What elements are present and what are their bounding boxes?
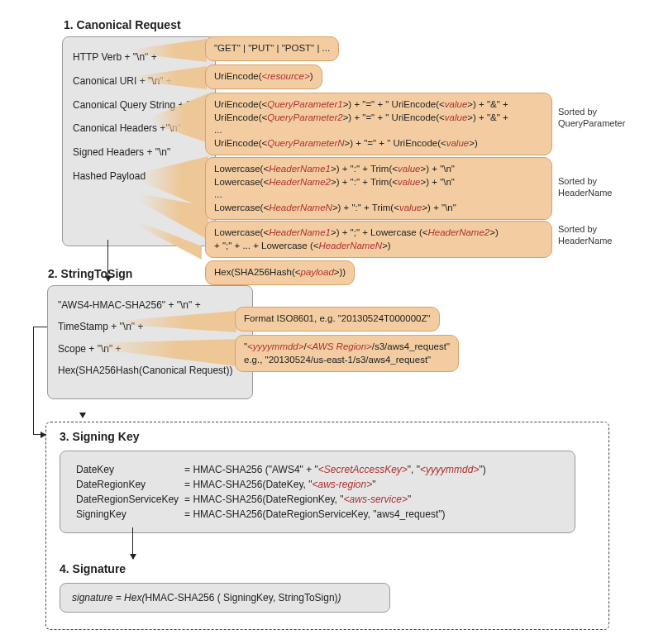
section-title-signingkey: 3. Signing Key [60, 430, 139, 443]
signing-key-table: DateKey = HMAC-SHA256 ("AWS4" + "<Secret… [74, 461, 491, 522]
text: payload [301, 267, 334, 277]
text: ) [338, 592, 341, 603]
text: Lowercase(<HeaderName2>) + ":" + Trim(<v… [214, 176, 543, 189]
text: Lowercase(<HeaderName1>) + ":" + Trim(<v… [214, 163, 543, 176]
label-sorted-qp: Sorted by QueryParameter [558, 106, 625, 130]
row-signed-headers: Signed Headers + "\n" [73, 141, 205, 165]
text: UriEncode(<QueryParameter1>) + "=" + " U… [214, 98, 543, 112]
text: e.g., "20130524/us-east-1/s3/aws4_reques… [244, 354, 450, 367]
cell: = HMAC-SHA256(DateKey, "<aws-region>" [184, 478, 489, 491]
text: "<yyyymmdd>/<AWS Region>/s3/aws4_request… [244, 341, 450, 354]
text: ) [310, 71, 313, 81]
text: ... [214, 124, 543, 137]
callout-uri: UriEncode(<resource>) [205, 64, 322, 89]
callout-hash: Hex(SHA256Hash(<payload>)) [205, 260, 355, 285]
arrow-segment [33, 327, 35, 434]
cell: DateRegionServiceKey [75, 493, 182, 506]
label-sorted-hn1: Sorted by HeaderName [558, 175, 612, 199]
text: UriEncode( [214, 71, 262, 81]
text: Lowercase(<HeaderName1>) + ";" + Lowerca… [214, 227, 543, 240]
box-signature: signature = Hex(HMAC-SHA256 ( SigningKey… [60, 583, 390, 613]
text: UriEncode(<QueryParameter2>) + "=" + " U… [214, 112, 543, 125]
text: UriEncode(<QueryParameterN>) + "=" + " U… [214, 137, 543, 150]
arrow-segment [33, 327, 47, 328]
label-sorted-hn2: Sorted by HeaderName [558, 223, 612, 247]
cell: = HMAC-SHA256(DateRegionKey, "<aws-servi… [184, 493, 489, 506]
arrow-down-icon [132, 527, 133, 559]
cell: = HMAC-SHA256 ("AWS4" + "<SecretAccessKe… [184, 463, 489, 476]
text: Hex(SHA256Hash(< [214, 267, 301, 277]
table-row: DateKey = HMAC-SHA256 ("AWS4" + "<Secret… [75, 463, 489, 476]
table-row: SigningKey = HMAC-SHA256(DateRegionServi… [75, 508, 489, 521]
section-title-stringtosign: 2. StringToSign [48, 267, 132, 280]
text: + ";" + ... + Lowercase (<HeaderNameN>) [214, 240, 543, 253]
section-title-signature: 4. Signature [60, 562, 126, 575]
callout-verb: "GET" | "PUT" | "POST" | ... [205, 36, 339, 61]
cell: DateRegionKey [75, 478, 182, 491]
arrow-right-icon [33, 434, 45, 435]
cell: DateKey [75, 463, 182, 476]
text: signature = Hex( [72, 592, 145, 603]
callout-scope: "<yyyymmdd>/<AWS Region>/s3/aws4_request… [235, 335, 459, 372]
text: Lowercase(<HeaderNameN>) + ":" + Trim(<v… [214, 202, 543, 215]
cell: = HMAC-SHA256(DateRegionServiceKey, "aws… [184, 508, 489, 521]
text: HMAC-SHA256 ( SigningKey, StringToSign) [145, 592, 337, 603]
callout-ts: Format ISO8601, e.g. "20130524T000000Z" [235, 307, 440, 332]
callout-headers: Lowercase(<HeaderName1>) + ":" + Trim(<v… [205, 157, 552, 220]
section-title-canonical: 1. Canonical Request [64, 18, 181, 31]
text: >)) [334, 267, 346, 277]
callout-query: UriEncode(<QueryParameter1>) + "=" + " U… [205, 93, 552, 155]
box-signingkey: DateKey = HMAC-SHA256 ("AWS4" + "<Secret… [60, 451, 575, 533]
cell: SigningKey [75, 508, 182, 521]
callout-signed: Lowercase(<HeaderName1>) + ";" + Lowerca… [205, 221, 552, 258]
text: ... [214, 188, 543, 202]
table-row: DateRegionKey = HMAC-SHA256(DateKey, "<a… [75, 478, 489, 491]
text: <resource> [262, 71, 310, 81]
table-row: DateRegionServiceKey = HMAC-SHA256(DateR… [75, 493, 489, 506]
